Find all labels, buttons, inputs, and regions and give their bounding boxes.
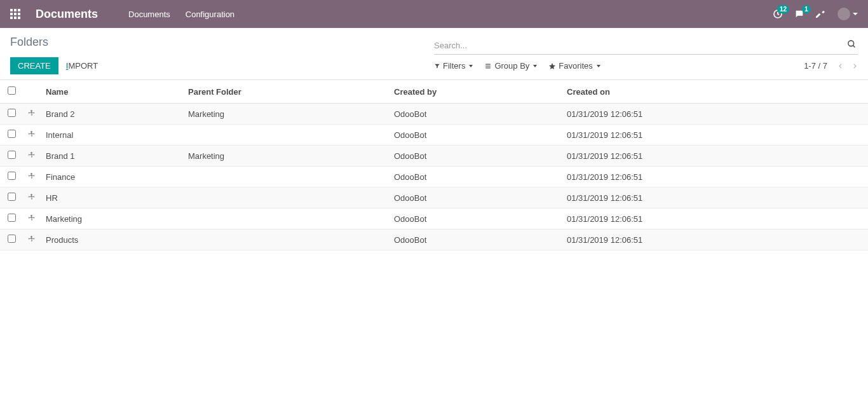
search-icon[interactable] [847,39,857,49]
activity-button[interactable]: 12 [773,9,783,19]
cell-parent [183,188,389,208]
filters-label: Filters [443,61,465,71]
row-checkbox[interactable] [8,130,16,138]
cell-parent: Marketing [183,146,389,167]
cell-name: Products [41,229,183,250]
funnel-icon [434,63,440,69]
select-all-checkbox[interactable] [8,86,16,95]
chevron-right-icon [851,62,858,71]
table-header-row: Name Parent Folder Created by Created on [0,80,868,104]
svg-line-2 [853,45,855,47]
groupby-button[interactable]: Group By [484,61,537,71]
import-button[interactable]: Import [66,61,98,71]
cell-createdon: 01/31/2019 12:06:51 [562,146,868,167]
nav-link-configuration[interactable]: Configuration [186,10,234,19]
table-wrap: Name Parent Folder Created by Created on… [0,79,868,250]
row-checkbox[interactable] [8,151,16,159]
app-brand[interactable]: Documents [36,8,98,21]
table-row[interactable]: InternalOdooBot01/31/2019 12:06:51 [0,125,868,146]
drag-handle-icon[interactable] [28,214,36,222]
row-handle-cell [23,188,41,208]
chevron-left-icon [837,62,844,71]
cell-createdon: 01/31/2019 12:06:51 [562,229,868,250]
debug-button[interactable] [816,9,826,19]
row-checkbox[interactable] [8,193,16,201]
cell-parent [183,229,389,250]
cell-createdby: OdooBot [389,125,562,146]
row-checkbox[interactable] [8,109,16,117]
row-checkbox[interactable] [8,214,16,222]
table-row[interactable]: ProductsOdooBot01/31/2019 12:06:51 [0,229,868,250]
row-checkbox[interactable] [8,172,16,180]
header-createdby[interactable]: Created by [389,80,562,104]
table-row[interactable]: FinanceOdooBot01/31/2019 12:06:51 [0,167,868,188]
header-handle-cell [23,80,41,104]
row-checkbox-cell [0,167,23,188]
cell-name: Finance [41,167,183,188]
discuss-badge: 1 [802,5,811,13]
cell-parent [183,125,389,146]
drag-handle-icon[interactable] [28,130,36,138]
cp-top-left: Folders [10,33,434,54]
table-row[interactable]: HROdooBot01/31/2019 12:06:51 [0,188,868,208]
row-checkbox-cell [0,104,23,125]
cp-top-right [434,33,858,55]
cell-parent [183,208,389,229]
cell-createdon: 01/31/2019 12:06:51 [562,125,868,146]
drag-handle-icon[interactable] [28,151,36,159]
drag-handle-icon[interactable] [28,193,36,201]
navbar-left: Documents Documents Configuration [10,8,773,21]
cell-createdby: OdooBot [389,146,562,167]
nav-link-documents[interactable]: Documents [128,10,170,19]
cell-name: Brand 1 [41,146,183,167]
drag-handle-icon[interactable] [28,172,36,180]
header-name[interactable]: Name [41,80,183,104]
table-row[interactable]: MarketingOdooBot01/31/2019 12:06:51 [0,208,868,229]
favorites-label: Favorites [559,61,592,71]
header-parent[interactable]: Parent Folder [183,80,389,104]
row-checkbox-cell [0,229,23,250]
cell-name: Brand 2 [41,104,183,125]
search-input[interactable] [434,38,858,54]
drag-handle-icon[interactable] [28,109,36,117]
pager-arrows [837,62,858,71]
create-button[interactable]: Create [10,57,58,74]
cell-name: Marketing [41,208,183,229]
control-panel: Folders Create Import Filters Group [0,28,868,79]
drag-handle-icon[interactable] [28,235,36,243]
cp-bottom-right: Filters Group By Favorites 1-7 / 7 [434,61,858,71]
table-row[interactable]: Brand 2MarketingOdooBot01/31/2019 12:06:… [0,104,868,125]
apps-icon[interactable] [10,9,20,19]
cell-createdby: OdooBot [389,104,562,125]
pager-prev[interactable] [837,62,844,71]
chevron-down-icon [853,13,858,15]
avatar [837,8,850,20]
row-checkbox-cell [0,146,23,167]
cell-createdon: 01/31/2019 12:06:51 [562,104,868,125]
import-rest: mport [68,61,98,71]
chevron-down-icon [533,65,537,67]
pager-next[interactable] [851,62,858,71]
list-icon [484,63,492,69]
wrench-icon [816,9,826,19]
cp-bottom-left: Create Import [10,57,434,74]
user-menu[interactable] [837,8,858,20]
discuss-button[interactable]: 1 [794,9,804,19]
header-createdon[interactable]: Created on [562,80,868,104]
filters-button[interactable]: Filters [434,61,473,71]
cell-name: HR [41,188,183,208]
row-checkbox[interactable] [8,235,16,243]
chevron-down-icon [597,65,600,67]
row-handle-cell [23,208,41,229]
pager-text[interactable]: 1-7 / 7 [804,61,827,71]
navbar-right: 12 1 [773,8,858,20]
table-row[interactable]: Brand 1MarketingOdooBot01/31/2019 12:06:… [0,146,868,167]
cell-createdby: OdooBot [389,208,562,229]
cell-parent [183,167,389,188]
favorites-button[interactable]: Favorites [548,61,600,71]
search-wrap [434,38,858,55]
row-checkbox-cell [0,208,23,229]
pager-section: 1-7 / 7 [804,61,858,71]
row-checkbox-cell [0,188,23,208]
cell-createdby: OdooBot [389,188,562,208]
